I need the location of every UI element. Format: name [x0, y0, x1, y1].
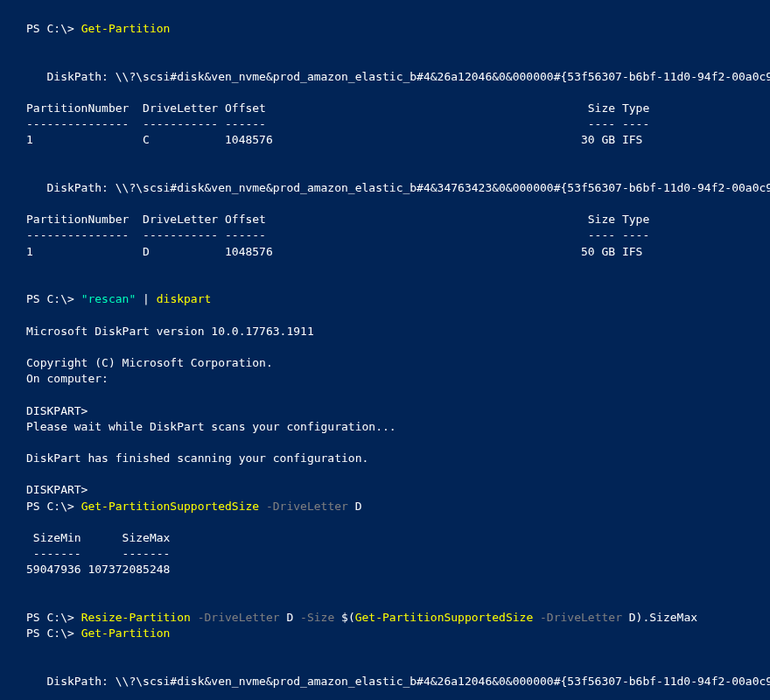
dollar-open: $( [334, 611, 354, 624]
table-separator: --------------- ----------- ------ ---- … [26, 116, 744, 132]
cmdlet-get-partition-supported-size: Get-PartitionSupportedSize [355, 611, 534, 624]
diskpart-done: DiskPart has finished scanning your conf… [26, 451, 744, 466]
command-line: PS C:\> Get-Partition [26, 626, 744, 641]
ps-prompt: PS C:\> [26, 611, 81, 624]
arg-value: D [348, 500, 362, 513]
cmdlet-get-partition: Get-Partition [81, 22, 171, 35]
terminal-output[interactable]: PS C:\> Get-Partition DiskPath: \\?\scsi… [26, 21, 744, 700]
table-row: 1 C 1048576 30 GB IFS [26, 132, 744, 148]
diskpath-line: DiskPath: \\?\scsi#disk&ven_nvme&prod_am… [26, 180, 744, 196]
diskpart-prompt: DISKPART> [26, 403, 744, 419]
param-size: -Size [293, 611, 334, 624]
diskpath-line: DiskPath: \\?\scsi#disk&ven_nvme&prod_am… [26, 69, 744, 85]
pipe-operator: | [136, 292, 156, 305]
cmdlet-resize-partition: Resize-Partition [81, 611, 191, 624]
ps-prompt: PS C:\> [26, 22, 81, 35]
diskpart-prompt: DISKPART> [26, 482, 744, 498]
cmdlet-get-partition: Get-Partition [81, 626, 171, 640]
ps-prompt: PS C:\> [26, 500, 81, 513]
cmd-diskpart: diskpart [157, 292, 212, 305]
param-driveletter: -DriveLetter [533, 611, 622, 624]
ps-prompt: PS C:\> [26, 626, 81, 640]
diskpart-wait: Please wait while DiskPart scans your co… [26, 419, 744, 435]
table-header: PartitionNumber DriveLetter Offset Size … [26, 212, 744, 228]
command-line: PS C:\> Resize-Partition -DriveLetter D … [26, 610, 744, 626]
table-header: PartitionNumber DriveLetter Offset Size … [26, 101, 744, 116]
param-driveletter: -DriveLetter [191, 611, 280, 624]
sizemax-suffix: D).SizeMax [622, 611, 697, 624]
diskpart-computer: On computer: [26, 371, 744, 387]
size-header: SizeMin SizeMax [26, 530, 744, 546]
param-driveletter: -DriveLetter [259, 500, 348, 513]
size-row: 59047936 107372085248 [26, 562, 744, 578]
diskpath-line: DiskPath: \\?\scsi#disk&ven_nvme&prod_am… [26, 674, 744, 690]
diskpart-version: Microsoft DiskPart version 10.0.17763.19… [26, 324, 744, 340]
string-rescan: "rescan" [81, 292, 136, 305]
command-line: PS C:\> Get-Partition [26, 21, 744, 37]
table-row: 1 D 1048576 50 GB IFS [26, 244, 744, 260]
diskpart-copyright: Copyright (C) Microsoft Corporation. [26, 355, 744, 371]
ps-prompt: PS C:\> [26, 292, 81, 305]
size-separator: ------- ------- [26, 546, 744, 562]
cmdlet-get-partition-supported-size: Get-PartitionSupportedSize [81, 500, 260, 513]
arg-value: D [280, 611, 294, 624]
command-line: PS C:\> Get-PartitionSupportedSize -Driv… [26, 499, 744, 514]
table-separator: --------------- ----------- ------ ---- … [26, 228, 744, 243]
command-line: PS C:\> "rescan" | diskpart [26, 291, 744, 307]
